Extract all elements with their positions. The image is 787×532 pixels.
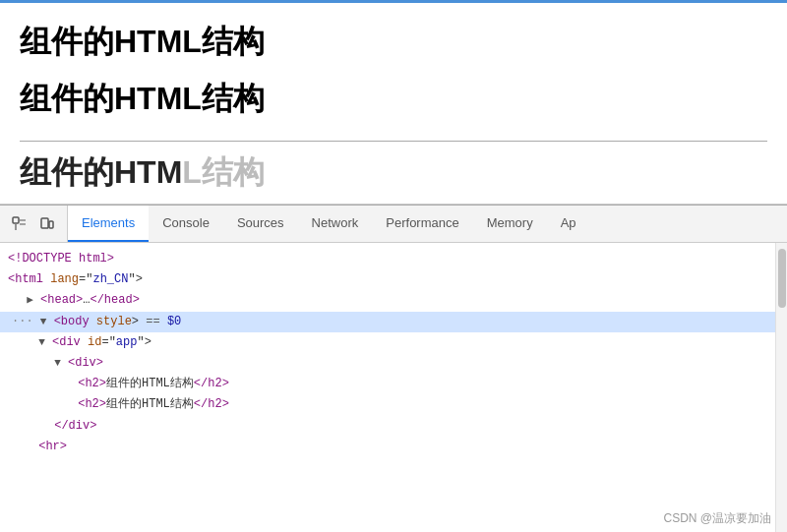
dom-line-div-app[interactable]: ▼ <div id="app">	[0, 332, 775, 353]
devtools-toolbar: Elements Console Sources Network Perform…	[0, 206, 787, 243]
devtools-scrollbar[interactable]	[775, 243, 787, 532]
dom-line-h2-1[interactable]: <h2>组件的HTML结构</h2>	[0, 374, 775, 394]
svg-rect-2	[49, 221, 53, 228]
tab-sources[interactable]: Sources	[223, 206, 298, 242]
tab-elements[interactable]: Elements	[68, 206, 149, 242]
dom-line-div-inner[interactable]: ▼ <div>	[0, 353, 775, 374]
dom-line-doctype[interactable]: <!DOCTYPE html>	[0, 249, 775, 269]
dom-line-head[interactable]: ▶ <head>…</head>	[0, 290, 775, 311]
svg-rect-1	[41, 218, 48, 228]
page-content: 组件的HTML结构 组件的HTML结构 组件的HTML结构	[0, 3, 787, 205]
svg-rect-0	[13, 217, 19, 223]
dom-line-hr[interactable]: <hr>	[0, 437, 775, 457]
toolbar-icons	[0, 206, 68, 242]
tab-performance[interactable]: Performance	[372, 206, 472, 242]
devtools-panel: Elements Console Sources Network Perform…	[0, 205, 787, 532]
devtools-content: <!DOCTYPE html> <html lang="zh_CN"> ▶ <h…	[0, 243, 787, 532]
tab-application[interactable]: Ap	[547, 206, 590, 242]
csdn-watermark: CSDN @温凉要加油	[663, 510, 771, 527]
devtools-tabs: Elements Console Sources Network Perform…	[68, 206, 787, 242]
page-heading-3-partial: 组件的HTML结构	[20, 151, 767, 195]
dom-line-div-close[interactable]: </div>	[0, 416, 775, 437]
cursor-icon[interactable]	[8, 212, 31, 236]
dom-line-html[interactable]: <html lang="zh_CN">	[0, 269, 775, 290]
device-icon[interactable]	[35, 212, 59, 236]
dom-tree[interactable]: <!DOCTYPE html> <html lang="zh_CN"> ▶ <h…	[0, 243, 775, 532]
dom-line-body[interactable]: ··· ▼ <body style> == $0	[0, 312, 775, 332]
tab-network[interactable]: Network	[298, 206, 373, 242]
scrollbar-thumb[interactable]	[778, 249, 786, 308]
page-heading-2: 组件的HTML结构	[20, 78, 767, 121]
tab-console[interactable]: Console	[149, 206, 223, 242]
dom-line-h2-2[interactable]: <h2>组件的HTML结构</h2>	[0, 394, 775, 415]
tab-memory[interactable]: Memory	[473, 206, 547, 242]
page-divider	[20, 141, 767, 142]
page-heading-1: 组件的HTML结构	[20, 21, 767, 64]
